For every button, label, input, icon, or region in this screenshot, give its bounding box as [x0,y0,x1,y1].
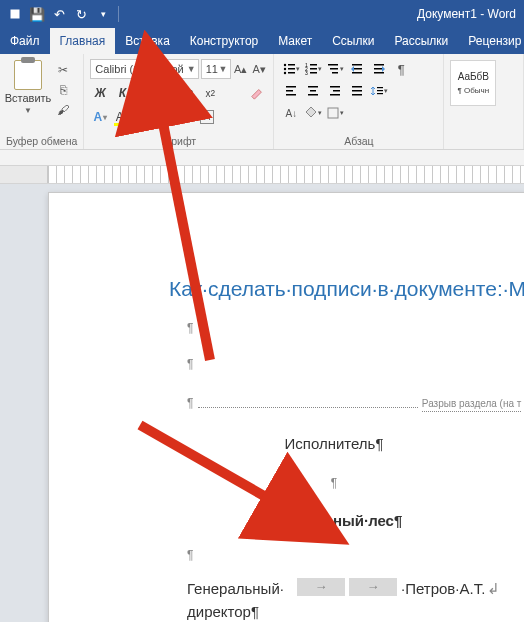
document-content[interactable]: Как·сделать·подписи·в·документе:·М ¶ ¶ ¶… [49,193,524,622]
svg-rect-22 [286,86,296,88]
pilcrow-mark: ¶ [187,546,524,564]
group-paragraph: ▾ 123▾ ▾ ¶ ▾ A↓ ▾ ▾ Абзац [274,54,444,149]
shading-icon[interactable]: ▾ [302,103,324,123]
window-title: Документ1 - Word [417,7,516,21]
line-break-mark: ↲ [487,578,500,601]
dot-leader [198,398,418,408]
svg-rect-25 [308,86,318,88]
justify-icon[interactable] [346,81,368,101]
bold-button[interactable]: Ж [90,83,110,103]
superscript-button[interactable]: x2 [200,83,220,103]
signature-title[interactable]: Генеральный· директор¶ [187,578,297,622]
tab-review[interactable]: Рецензир [458,28,524,54]
svg-rect-14 [330,68,338,70]
cut-icon[interactable]: ✂ [54,62,72,78]
undo-icon[interactable]: ↶ [50,5,68,23]
group-label-paragraph: Абзац [280,133,437,147]
italic-button[interactable]: К [112,83,132,103]
control-menu-icon[interactable] [6,5,24,23]
company-line[interactable]: ООО·Черный·лес¶ [169,510,499,533]
highlight-color-button[interactable]: A▾ [112,107,132,127]
signature-name[interactable]: ·Петров·А.Т. [401,578,485,601]
underline-button[interactable]: Ч▾ [134,83,154,103]
line-spacing-icon[interactable]: ▾ [368,81,390,101]
style-preview: АаБбВ [458,71,489,82]
performer-line[interactable]: Исполнитель¶ [169,433,499,456]
increase-indent-icon[interactable] [368,59,390,79]
grow-font-icon[interactable]: A▴ [233,59,249,79]
pilcrow-mark: ¶ [187,355,524,373]
repeat-icon[interactable]: ↻ [72,5,90,23]
ribbon-substrip [0,150,524,166]
qat-dropdown-icon[interactable]: ▾ [94,5,112,23]
chevron-down-icon[interactable]: ▼ [187,64,196,74]
clear-formatting-icon[interactable] [247,83,267,103]
pilcrow-mark: ¶ [187,319,524,337]
style-normal[interactable]: АаБбВ ¶ Обычн [450,60,496,106]
svg-rect-2 [288,64,295,66]
signature-row[interactable]: Генеральный· директор¶ → → ·Петров·А.Т. … [187,578,524,622]
clipboard-icon [14,60,42,90]
multilevel-icon[interactable]: ▾ [324,59,346,79]
section-break-row: ¶ Разрыв раздела (на т [187,391,524,414]
svg-rect-10 [310,68,317,70]
font-size-combo[interactable]: 11 ▼ [201,59,231,79]
group-styles: АаБбВ ¶ Обычн [444,54,524,149]
align-left-icon[interactable] [280,81,302,101]
group-label-styles [450,145,517,147]
subscript-button[interactable]: x2 [178,83,198,103]
numbering-icon[interactable]: 123▾ [302,59,324,79]
pilcrow-mark: ¶ [187,396,193,410]
tab-mailings[interactable]: Рассылки [384,28,458,54]
svg-rect-29 [333,90,340,92]
align-center-icon[interactable] [302,81,324,101]
svg-rect-27 [308,94,318,96]
svg-text:3: 3 [305,70,308,76]
tab-design[interactable]: Конструктор [180,28,268,54]
svg-rect-13 [328,64,338,66]
document-area: Как·сделать·подписи·в·документе:·М ¶ ¶ ¶… [0,184,524,622]
tab-mark: → [349,578,397,596]
borders-icon[interactable]: ▾ [324,103,346,123]
svg-rect-32 [352,90,362,92]
strike-button[interactable]: abc [156,83,176,103]
svg-point-1 [284,64,286,66]
horizontal-ruler[interactable] [0,166,524,184]
font-name-combo[interactable]: Calibri (Основной ▼ [90,59,198,79]
show-marks-icon[interactable]: ¶ [390,59,412,79]
align-right-icon[interactable] [324,81,346,101]
tab-home[interactable]: Главная [50,28,116,54]
svg-rect-6 [288,72,295,74]
svg-rect-18 [352,72,362,74]
tab-layout[interactable]: Макет [268,28,322,54]
style-name: ¶ Обычн [458,86,490,95]
change-case-button[interactable]: Aa▾ [156,107,176,127]
signature-tab-selection[interactable]: → → [297,578,401,596]
bullets-icon[interactable]: ▾ [280,59,302,79]
svg-rect-16 [352,64,362,66]
ribbon-tabs: Файл Главная Вставка Конструктор Макет С… [0,28,524,54]
group-label-font: Шрифт [90,133,267,147]
save-icon[interactable]: 💾 [28,5,46,23]
paste-button[interactable]: Вставить ▼ [6,58,50,124]
shrink-font-icon[interactable]: A▾ [251,59,267,79]
doc-heading[interactable]: Как·сделать·подписи·в·документе:·М [169,273,524,305]
quick-access-toolbar: 💾 ↶ ↻ ▾ [0,5,121,23]
group-clipboard: Вставить ▼ ✂ ⎘ 🖌 Буфер обмена [0,54,84,149]
page[interactable]: Как·сделать·подписи·в·документе:·М ¶ ¶ ¶… [48,192,524,622]
chevron-down-icon[interactable]: ▼ [219,64,228,74]
tab-references[interactable]: Ссылки [322,28,384,54]
svg-rect-34 [377,87,383,88]
tab-file[interactable]: Файл [0,28,50,54]
char-border-icon[interactable]: A [200,110,214,124]
font-color-button[interactable]: A▾ [134,107,154,127]
format-painter-icon[interactable]: 🖌 [54,102,72,118]
tab-insert[interactable]: Вставка [115,28,180,54]
sort-icon[interactable]: A↓ [280,103,302,123]
svg-rect-28 [330,86,340,88]
copy-icon[interactable]: ⎘ [54,82,72,98]
char-scale-icon[interactable]: Â [178,107,198,127]
text-effects-icon[interactable]: A▾ [90,107,110,127]
svg-rect-12 [310,72,317,74]
decrease-indent-icon[interactable] [346,59,368,79]
